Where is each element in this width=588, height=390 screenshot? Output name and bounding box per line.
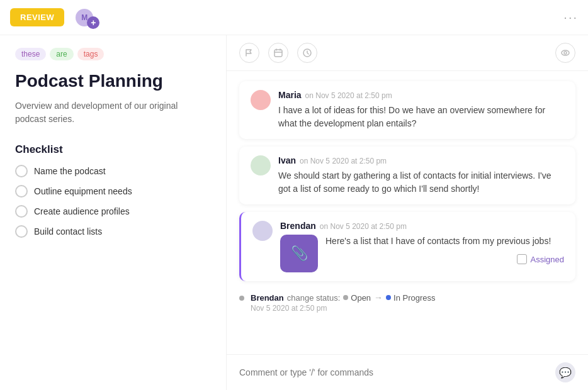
status-from: Open <box>343 293 371 303</box>
page-description: Overview and development of our original… <box>15 99 211 126</box>
comment-author-ivan: Ivan <box>278 155 296 165</box>
status-open-dot <box>239 296 244 301</box>
comment-text-brendan: Here's a list that I have of contacts fr… <box>325 235 564 248</box>
comment-body-ivan: Ivan on Nov 5 2020 at 2:50 pm We should … <box>278 155 564 196</box>
svg-rect-0 <box>274 50 282 57</box>
flag-icon[interactable] <box>239 43 259 63</box>
assigned-row: Assigned <box>325 254 564 264</box>
comment-text-maria: I have a lot of ideas for this! Do we ha… <box>278 104 564 130</box>
avatar-ivan <box>251 155 271 176</box>
tag-are[interactable]: are <box>50 48 73 60</box>
comments-area: Maria on Nov 5 2020 at 2:50 pm I have a … <box>227 71 588 354</box>
more-options-button[interactable]: ··· <box>563 10 578 25</box>
eye-icon[interactable] <box>555 43 575 63</box>
clock-icon[interactable] <box>297 43 317 63</box>
send-icon: 💬 <box>559 367 572 379</box>
left-panel: these are tags Podcast Planning Overview… <box>0 35 227 390</box>
checklist-label-2: Outline equipment needs <box>34 186 132 196</box>
page-title: Podcast Planning <box>15 70 211 92</box>
tag-these[interactable]: these <box>15 48 46 60</box>
checklist-items: Name the podcast Outline equipment needs… <box>15 165 211 238</box>
status-timestamp: Nov 5 2020 at 2:50 pm <box>251 304 575 313</box>
checklist-checkbox-2[interactable] <box>15 185 28 198</box>
tags-row: these are tags <box>15 48 211 60</box>
comment-card-ivan: Ivan on Nov 5 2020 at 2:50 pm We should … <box>239 147 575 204</box>
top-bar: REVIEW M + ··· <box>0 0 588 35</box>
main-layout: these are tags Podcast Planning Overview… <box>0 35 588 390</box>
checklist-item: Name the podcast <box>15 165 211 177</box>
tag-tags[interactable]: tags <box>77 48 105 60</box>
comment-body-maria: Maria on Nov 5 2020 at 2:50 pm I have a … <box>278 90 564 130</box>
paperclip-icon: 📎 <box>291 245 308 262</box>
comment-time-brendan: on Nov 5 2020 at 2:50 pm <box>320 222 407 231</box>
right-toolbar <box>227 35 588 71</box>
comment-card-brendan: Brendan on Nov 5 2020 at 2:50 pm 📎 Here'… <box>239 212 575 281</box>
inprogress-dot <box>386 295 391 300</box>
comment-header-ivan: Ivan on Nov 5 2020 at 2:50 pm <box>278 155 564 165</box>
status-to-label: In Progress <box>393 293 435 303</box>
send-button[interactable]: 💬 <box>555 362 575 382</box>
assigned-checkbox[interactable] <box>517 254 527 264</box>
checklist-checkbox-4[interactable] <box>15 225 28 238</box>
comment-input[interactable] <box>239 367 549 377</box>
comment-body-brendan: Brendan on Nov 5 2020 at 2:50 pm 📎 Here'… <box>280 221 564 272</box>
comment-card-maria: Maria on Nov 5 2020 at 2:50 pm I have a … <box>239 81 575 139</box>
avatar-brendan <box>252 221 273 241</box>
checklist-checkbox-1[interactable] <box>15 165 28 177</box>
comment-input-area: 💬 <box>227 354 588 390</box>
checklist-label-4: Build contact lists <box>34 226 102 237</box>
status-change-line: Brendan change status: Open → In Progres… <box>251 292 575 303</box>
comment-author-maria: Maria <box>278 90 302 100</box>
svg-point-2 <box>562 50 569 55</box>
comment-text-ivan: We should start by gathering a list of c… <box>278 169 564 196</box>
checklist-item: Build contact lists <box>15 225 211 238</box>
avatar-group: M + <box>74 8 94 28</box>
checklist-label-3: Create audience profiles <box>34 206 130 216</box>
status-author: Brendan <box>251 293 284 303</box>
right-panel: Maria on Nov 5 2020 at 2:50 pm I have a … <box>227 35 588 390</box>
comment-time-maria: on Nov 5 2020 at 2:50 pm <box>305 91 392 100</box>
comment-header-brendan: Brendan on Nov 5 2020 at 2:50 pm <box>280 221 564 231</box>
add-avatar-button[interactable]: + <box>87 16 99 29</box>
svg-point-3 <box>564 52 567 54</box>
attachment-button[interactable]: 📎 <box>280 235 318 272</box>
checklist-checkbox-3[interactable] <box>15 205 28 218</box>
checklist-label-1: Name the podcast <box>34 166 106 176</box>
calendar-icon[interactable] <box>268 43 288 63</box>
checklist-item: Create audience profiles <box>15 205 211 218</box>
open-dot <box>343 295 348 300</box>
assigned-label: Assigned <box>531 255 564 264</box>
status-action: change status: <box>287 293 341 303</box>
comment-header-maria: Maria on Nov 5 2020 at 2:50 pm <box>278 90 564 100</box>
status-arrow-icon: → <box>374 292 383 303</box>
review-button[interactable]: REVIEW <box>10 8 64 26</box>
comment-author-brendan: Brendan <box>280 221 316 231</box>
comment-time-ivan: on Nov 5 2020 at 2:50 pm <box>300 157 387 165</box>
checklist-title: Checklist <box>15 143 211 156</box>
status-change-body: Brendan change status: Open → In Progres… <box>251 292 575 313</box>
checklist-item: Outline equipment needs <box>15 185 211 198</box>
status-change: Brendan change status: Open → In Progres… <box>239 289 575 316</box>
status-to: In Progress <box>386 293 435 303</box>
avatar-maria <box>251 90 271 110</box>
status-from-label: Open <box>351 293 371 303</box>
